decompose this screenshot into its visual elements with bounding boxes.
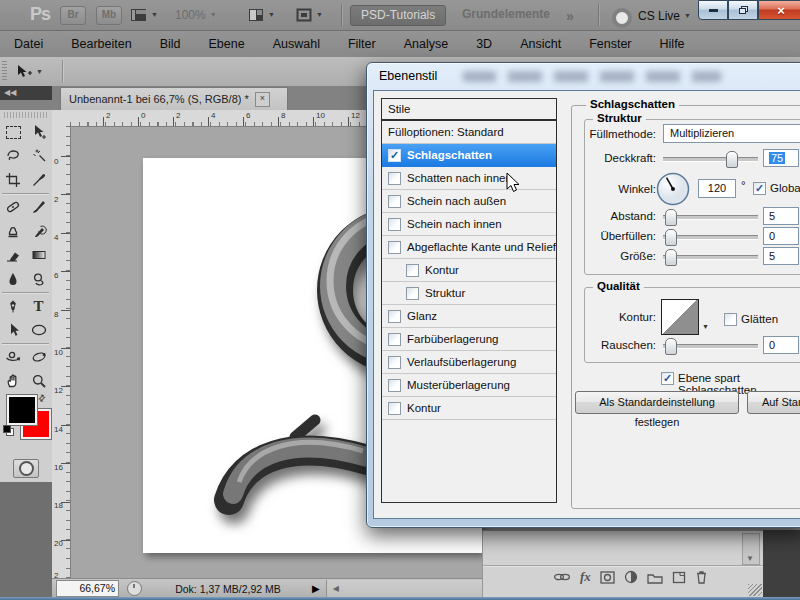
style-row-inner-glow[interactable]: Schein nach innen: [382, 213, 556, 236]
style-row-satin[interactable]: Glanz: [382, 305, 556, 328]
menu-fenster[interactable]: Fenster: [575, 37, 645, 51]
style-row-stroke[interactable]: Kontur: [382, 397, 556, 420]
options-grip[interactable]: [2, 61, 7, 81]
angle-value-field[interactable]: 120: [698, 179, 736, 198]
foreground-color-swatch[interactable]: [7, 395, 37, 425]
spread-value-field[interactable]: 0: [763, 227, 799, 245]
arrange-documents-control[interactable]: ▼: [248, 7, 275, 22]
scroll-down-icon[interactable]: ▼: [746, 554, 754, 563]
zoom-level-control[interactable]: 100% ▼: [175, 7, 217, 22]
healing-brush-tool-icon[interactable]: [0, 195, 26, 219]
restore-button[interactable]: [728, 0, 758, 20]
tab-close-icon[interactable]: ×: [255, 92, 270, 107]
layer-mask-icon[interactable]: [600, 571, 615, 584]
checkbox-icon[interactable]: [388, 241, 401, 254]
zoom-tool-icon[interactable]: [26, 369, 51, 393]
contour-dropdown-icon[interactable]: ▼: [699, 321, 712, 333]
launch-bridge-icon[interactable]: ▼: [130, 7, 158, 22]
checkbox-icon[interactable]: [388, 379, 401, 392]
spread-slider[interactable]: [663, 235, 758, 240]
eraser-tool-icon[interactable]: [0, 243, 26, 267]
style-row-outer-glow[interactable]: Schein nach außen: [382, 190, 556, 213]
3d-roll-tool-icon[interactable]: [26, 345, 51, 369]
close-button[interactable]: ×: [758, 0, 800, 20]
workspace-psd-tutorials[interactable]: PSD-Tutorials: [350, 5, 446, 26]
panel-scrollbar[interactable]: ▼: [742, 533, 760, 565]
blur-tool-icon[interactable]: [0, 267, 26, 291]
contour-thumbnail[interactable]: [661, 299, 699, 335]
style-row-blending-options[interactable]: Fülloptionen: Standard: [382, 121, 556, 144]
tools-grip[interactable]: [4, 112, 48, 118]
mini-bridge-button[interactable]: Mb: [96, 6, 122, 25]
gradient-tool-icon[interactable]: [26, 243, 51, 267]
move-tool-preset[interactable]: ▼: [14, 64, 43, 79]
collapse-panels-icon[interactable]: ◀◀: [0, 86, 52, 100]
document-tab[interactable]: Unbenannt-1 bei 66,7% (S, RGB/8) * ×: [60, 87, 288, 110]
bridge-button[interactable]: Br: [60, 6, 86, 25]
delete-layer-icon[interactable]: [695, 570, 708, 584]
global-light-checkbox[interactable]: ✓: [753, 182, 766, 195]
history-brush-tool-icon[interactable]: [26, 219, 51, 243]
knockout-checkbox[interactable]: ✓: [661, 372, 674, 385]
reset-default-button[interactable]: Auf Stan: [747, 391, 800, 414]
blend-mode-select[interactable]: Multiplizieren: [663, 124, 800, 143]
style-row-bevel-emboss[interactable]: Abgeflachte Kante und Relief: [382, 236, 556, 259]
antialias-checkbox[interactable]: [724, 313, 737, 326]
checkbox-icon[interactable]: [388, 402, 401, 415]
menu-bearbeiten[interactable]: Bearbeiten: [57, 37, 145, 51]
path-select-tool-icon[interactable]: [0, 318, 26, 342]
checkbox-icon[interactable]: [388, 172, 401, 185]
noise-slider[interactable]: [663, 344, 758, 349]
style-row-drop-shadow[interactable]: ✓Schlagschatten: [382, 144, 556, 167]
checkbox-icon[interactable]: [388, 333, 401, 346]
eyedropper-tool-icon[interactable]: [26, 168, 51, 192]
menu-analyse[interactable]: Analyse: [390, 37, 462, 51]
clone-stamp-tool-icon[interactable]: [0, 219, 26, 243]
size-value-field[interactable]: 5: [763, 247, 799, 265]
style-row-gradient-overlay[interactable]: Verlaufsüberlagerung: [382, 351, 556, 374]
menu-bild[interactable]: Bild: [146, 37, 195, 51]
ellipse-tool-icon[interactable]: [26, 318, 51, 342]
menu-3d[interactable]: 3D: [462, 37, 506, 51]
angle-dial[interactable]: [656, 172, 690, 206]
swap-colors-icon[interactable]: ⇄: [36, 392, 48, 404]
checkbox-icon[interactable]: [388, 195, 401, 208]
checkbox-icon[interactable]: [388, 218, 401, 231]
brush-tool-icon[interactable]: [26, 195, 51, 219]
new-layer-icon[interactable]: [672, 571, 686, 584]
screen-mode-control[interactable]: ▼: [296, 7, 323, 22]
opacity-value-field[interactable]: 75: [763, 149, 799, 167]
opacity-slider-thumb[interactable]: [726, 151, 738, 168]
magic-wand-tool-icon[interactable]: [26, 144, 51, 168]
checkbox-icon[interactable]: [406, 264, 419, 277]
menu-filter[interactable]: Filter: [334, 37, 390, 51]
spread-slider-thumb[interactable]: [665, 229, 677, 246]
style-row-texture[interactable]: Struktur: [382, 282, 556, 305]
checkbox-icon[interactable]: [388, 356, 401, 369]
menu-ansicht[interactable]: Ansicht: [506, 37, 575, 51]
link-layers-icon[interactable]: [553, 571, 571, 583]
new-group-icon[interactable]: [647, 571, 663, 584]
scroll-left-icon[interactable]: ◀: [333, 584, 339, 593]
noise-value-field[interactable]: 0: [763, 336, 799, 354]
checkbox-icon[interactable]: [388, 310, 401, 323]
minimize-button[interactable]: [698, 0, 728, 20]
menu-datei[interactable]: Datei: [0, 37, 57, 51]
workspace-overflow-icon[interactable]: »: [566, 8, 574, 24]
pen-tool-icon[interactable]: [0, 294, 26, 318]
hand-tool-icon[interactable]: [0, 369, 26, 393]
checkbox-checked-icon[interactable]: ✓: [388, 149, 401, 162]
panel-resize-grip[interactable]: [748, 584, 762, 596]
style-row-color-overlay[interactable]: Farbüberlagerung: [382, 328, 556, 351]
default-colors-icon[interactable]: [3, 425, 14, 436]
dodge-tool-icon[interactable]: [26, 267, 51, 291]
zoom-percentage-field[interactable]: 66,67%: [56, 580, 119, 597]
lasso-tool-icon[interactable]: [0, 144, 26, 168]
set-default-button[interactable]: Als Standardeinstellung festlegen: [575, 391, 739, 414]
distance-slider-thumb[interactable]: [665, 209, 677, 226]
distance-value-field[interactable]: 5: [763, 207, 799, 225]
distance-slider[interactable]: [663, 215, 758, 220]
status-expand-icon[interactable]: ▶: [312, 583, 320, 594]
menu-hilfe[interactable]: Hilfe: [646, 37, 699, 51]
size-slider-thumb[interactable]: [665, 249, 677, 266]
